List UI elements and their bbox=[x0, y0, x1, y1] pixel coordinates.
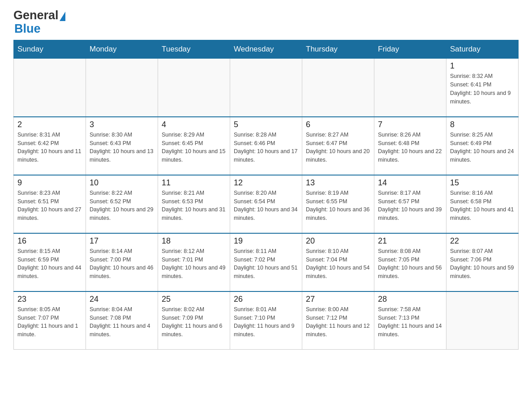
day-info: Sunrise: 8:07 AMSunset: 7:06 PMDaylight:… bbox=[450, 247, 515, 281]
calendar-cell: 17Sunrise: 8:14 AMSunset: 7:00 PMDayligh… bbox=[86, 233, 158, 291]
day-info: Sunrise: 7:58 AMSunset: 7:13 PMDaylight:… bbox=[378, 305, 442, 339]
day-number: 14 bbox=[378, 178, 442, 188]
col-friday: Friday bbox=[374, 40, 446, 59]
day-number: 2 bbox=[17, 120, 82, 129]
day-number: 26 bbox=[234, 295, 298, 304]
day-number: 3 bbox=[90, 120, 154, 129]
calendar-cell bbox=[302, 59, 374, 117]
calendar-cell bbox=[230, 59, 302, 117]
day-info: Sunrise: 8:10 AMSunset: 7:04 PMDaylight:… bbox=[306, 247, 370, 281]
col-sunday: Sunday bbox=[14, 40, 86, 59]
calendar-body: 1Sunrise: 8:32 AMSunset: 6:41 PMDaylight… bbox=[14, 59, 519, 350]
day-number: 4 bbox=[162, 120, 226, 129]
calendar-cell: 28Sunrise: 7:58 AMSunset: 7:13 PMDayligh… bbox=[374, 291, 446, 350]
logo-triangle-icon bbox=[60, 12, 65, 21]
calendar-cell: 25Sunrise: 8:02 AMSunset: 7:09 PMDayligh… bbox=[158, 291, 230, 350]
day-number: 15 bbox=[450, 178, 515, 188]
col-wednesday: Wednesday bbox=[230, 40, 302, 59]
day-number: 11 bbox=[162, 178, 226, 188]
day-number: 9 bbox=[17, 178, 82, 188]
day-info: Sunrise: 8:21 AMSunset: 6:53 PMDaylight:… bbox=[162, 189, 226, 223]
calendar-cell: 20Sunrise: 8:10 AMSunset: 7:04 PMDayligh… bbox=[302, 233, 374, 291]
calendar-cell: 24Sunrise: 8:04 AMSunset: 7:08 PMDayligh… bbox=[86, 291, 158, 350]
calendar-cell: 22Sunrise: 8:07 AMSunset: 7:06 PMDayligh… bbox=[446, 233, 519, 291]
calendar-cell: 13Sunrise: 8:19 AMSunset: 6:55 PMDayligh… bbox=[302, 175, 374, 233]
page-header: General Blue bbox=[13, 9, 519, 35]
calendar-cell bbox=[14, 59, 86, 117]
calendar-cell: 5Sunrise: 8:28 AMSunset: 6:46 PMDaylight… bbox=[230, 117, 302, 175]
day-number: 13 bbox=[306, 178, 370, 188]
calendar-cell: 18Sunrise: 8:12 AMSunset: 7:01 PMDayligh… bbox=[158, 233, 230, 291]
day-info: Sunrise: 8:26 AMSunset: 6:48 PMDaylight:… bbox=[378, 131, 442, 164]
logo-blue-text: Blue bbox=[14, 22, 41, 35]
calendar-cell bbox=[86, 59, 158, 117]
calendar-cell: 26Sunrise: 8:01 AMSunset: 7:10 PMDayligh… bbox=[230, 291, 302, 350]
day-number: 21 bbox=[378, 236, 442, 246]
day-number: 10 bbox=[90, 178, 154, 188]
calendar-cell: 10Sunrise: 8:22 AMSunset: 6:52 PMDayligh… bbox=[86, 175, 158, 233]
day-info: Sunrise: 8:05 AMSunset: 7:07 PMDaylight:… bbox=[17, 305, 82, 339]
day-info: Sunrise: 8:12 AMSunset: 7:01 PMDaylight:… bbox=[162, 247, 226, 281]
day-info: Sunrise: 8:04 AMSunset: 7:08 PMDaylight:… bbox=[90, 305, 154, 339]
calendar-cell bbox=[158, 59, 230, 117]
day-info: Sunrise: 8:25 AMSunset: 6:49 PMDaylight:… bbox=[450, 131, 515, 164]
day-info: Sunrise: 8:08 AMSunset: 7:05 PMDaylight:… bbox=[378, 247, 442, 281]
day-info: Sunrise: 8:16 AMSunset: 6:58 PMDaylight:… bbox=[450, 189, 515, 223]
day-number: 1 bbox=[450, 61, 515, 71]
calendar-cell: 7Sunrise: 8:26 AMSunset: 6:48 PMDaylight… bbox=[374, 117, 446, 175]
calendar-cell: 19Sunrise: 8:11 AMSunset: 7:02 PMDayligh… bbox=[230, 233, 302, 291]
day-info: Sunrise: 8:30 AMSunset: 6:43 PMDaylight:… bbox=[90, 131, 154, 164]
day-number: 19 bbox=[234, 236, 298, 246]
day-info: Sunrise: 8:01 AMSunset: 7:10 PMDaylight:… bbox=[234, 305, 298, 339]
calendar-cell: 4Sunrise: 8:29 AMSunset: 6:45 PMDaylight… bbox=[158, 117, 230, 175]
calendar-table: Sunday Monday Tuesday Wednesday Thursday… bbox=[13, 40, 519, 350]
day-info: Sunrise: 8:20 AMSunset: 6:54 PMDaylight:… bbox=[234, 189, 298, 223]
day-number: 6 bbox=[306, 120, 370, 129]
calendar-cell: 8Sunrise: 8:25 AMSunset: 6:49 PMDaylight… bbox=[446, 117, 519, 175]
calendar-cell: 21Sunrise: 8:08 AMSunset: 7:05 PMDayligh… bbox=[374, 233, 446, 291]
day-number: 25 bbox=[162, 295, 226, 304]
day-number: 17 bbox=[90, 236, 154, 246]
logo: General Blue bbox=[13, 9, 65, 35]
day-info: Sunrise: 8:17 AMSunset: 6:57 PMDaylight:… bbox=[378, 189, 442, 223]
calendar-cell: 11Sunrise: 8:21 AMSunset: 6:53 PMDayligh… bbox=[158, 175, 230, 233]
day-info: Sunrise: 8:14 AMSunset: 7:00 PMDaylight:… bbox=[90, 247, 154, 281]
calendar-cell: 12Sunrise: 8:20 AMSunset: 6:54 PMDayligh… bbox=[230, 175, 302, 233]
day-number: 24 bbox=[90, 295, 154, 304]
logo-general-text: General bbox=[13, 9, 59, 22]
day-info: Sunrise: 8:31 AMSunset: 6:42 PMDaylight:… bbox=[17, 131, 82, 164]
calendar-cell: 9Sunrise: 8:23 AMSunset: 6:51 PMDaylight… bbox=[14, 175, 86, 233]
calendar-cell bbox=[374, 59, 446, 117]
calendar-cell: 3Sunrise: 8:30 AMSunset: 6:43 PMDaylight… bbox=[86, 117, 158, 175]
col-monday: Monday bbox=[86, 40, 158, 59]
calendar-cell: 23Sunrise: 8:05 AMSunset: 7:07 PMDayligh… bbox=[14, 291, 86, 350]
calendar-cell: 1Sunrise: 8:32 AMSunset: 6:41 PMDaylight… bbox=[446, 59, 519, 117]
day-info: Sunrise: 8:29 AMSunset: 6:45 PMDaylight:… bbox=[162, 131, 226, 164]
day-info: Sunrise: 8:22 AMSunset: 6:52 PMDaylight:… bbox=[90, 189, 154, 223]
day-info: Sunrise: 8:00 AMSunset: 7:12 PMDaylight:… bbox=[306, 305, 370, 339]
day-info: Sunrise: 8:27 AMSunset: 6:47 PMDaylight:… bbox=[306, 131, 370, 164]
calendar-cell: 15Sunrise: 8:16 AMSunset: 6:58 PMDayligh… bbox=[446, 175, 519, 233]
day-info: Sunrise: 8:23 AMSunset: 6:51 PMDaylight:… bbox=[17, 189, 82, 223]
day-number: 28 bbox=[378, 295, 442, 304]
day-info: Sunrise: 8:32 AMSunset: 6:41 PMDaylight:… bbox=[450, 72, 515, 106]
day-number: 18 bbox=[162, 236, 226, 246]
day-number: 12 bbox=[234, 178, 298, 188]
day-number: 22 bbox=[450, 236, 515, 246]
day-number: 16 bbox=[17, 236, 82, 246]
col-thursday: Thursday bbox=[302, 40, 374, 59]
calendar-header: Sunday Monday Tuesday Wednesday Thursday… bbox=[14, 40, 519, 59]
col-tuesday: Tuesday bbox=[158, 40, 230, 59]
day-info: Sunrise: 8:15 AMSunset: 6:59 PMDaylight:… bbox=[17, 247, 82, 281]
day-info: Sunrise: 8:11 AMSunset: 7:02 PMDaylight:… bbox=[234, 247, 298, 281]
day-number: 23 bbox=[17, 295, 82, 304]
calendar-cell: 14Sunrise: 8:17 AMSunset: 6:57 PMDayligh… bbox=[374, 175, 446, 233]
col-saturday: Saturday bbox=[446, 40, 519, 59]
day-number: 8 bbox=[450, 120, 515, 129]
calendar-cell bbox=[446, 291, 519, 350]
day-number: 27 bbox=[306, 295, 370, 304]
day-info: Sunrise: 8:02 AMSunset: 7:09 PMDaylight:… bbox=[162, 305, 226, 339]
calendar-cell: 16Sunrise: 8:15 AMSunset: 6:59 PMDayligh… bbox=[14, 233, 86, 291]
day-number: 7 bbox=[378, 120, 442, 129]
day-info: Sunrise: 8:19 AMSunset: 6:55 PMDaylight:… bbox=[306, 189, 370, 223]
